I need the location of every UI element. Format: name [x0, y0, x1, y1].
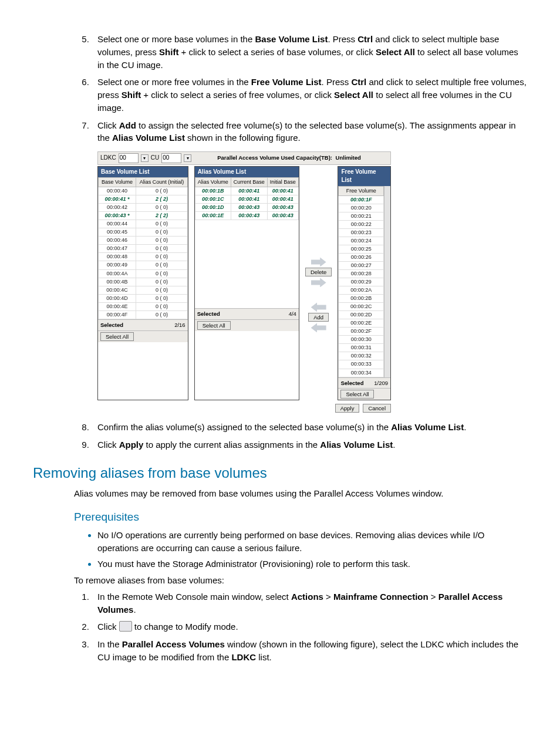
table-row[interactable]: 00:00:1B00:00:4100:00:41 — [195, 187, 298, 195]
step-6: Select one or more free volumes in the F… — [92, 76, 527, 114]
table-row[interactable]: 00:00:43 *2 ( 2) — [99, 212, 188, 220]
table-row[interactable]: 00:00:4A0 ( 0) — [99, 269, 188, 278]
base-volume-header: Base Volume List — [98, 167, 188, 178]
remove-step-2: Click to change to Modify mode. — [92, 620, 527, 633]
free-select-all-button[interactable]: Select All — [340, 390, 374, 399]
base-select-all-button[interactable]: Select All — [100, 332, 134, 341]
step-7: Click Add to assign the selected free vo… — [92, 119, 527, 145]
table-row[interactable]: 00:00:34 — [339, 369, 384, 377]
remove-step-3: In the Parallel Access Volumes window (s… — [92, 638, 527, 664]
table-row[interactable]: 00:00:41 *2 ( 2) — [99, 195, 188, 204]
step-8: Confirm the alias volume(s) assigned to … — [92, 421, 527, 434]
table-row[interactable]: 00:00:470 ( 0) — [99, 245, 188, 253]
table-row[interactable]: 00:00:4F0 ( 0) — [99, 310, 188, 319]
chevron-down-icon[interactable]: ▾ — [184, 154, 191, 162]
table-row[interactable]: 00:00:460 ( 0) — [99, 237, 188, 245]
table-row[interactable]: 00:00:23 — [339, 228, 384, 237]
modify-mode-icon — [119, 621, 132, 632]
table-row[interactable]: 00:00:2F — [339, 328, 384, 336]
table-row[interactable]: 00:00:440 ( 0) — [99, 220, 188, 228]
table-row[interactable]: 00:00:2B — [339, 295, 384, 303]
table-row[interactable]: 00:00:29 — [339, 278, 384, 286]
table-row[interactable]: 00:00:420 ( 0) — [99, 204, 188, 212]
table-row[interactable]: 00:00:33 — [339, 360, 384, 369]
table-row[interactable]: 00:00:24 — [339, 237, 384, 245]
arrow-left-icon — [311, 323, 326, 332]
add-button[interactable]: Add — [308, 313, 329, 322]
apply-button[interactable]: Apply — [335, 404, 360, 413]
ldkc-label: LDKC — [100, 154, 116, 163]
table-row[interactable]: 00:00:4D0 ( 0) — [99, 294, 188, 302]
remove-step-1: In the Remote Web Console main window, s… — [92, 590, 527, 616]
table-row[interactable]: 00:00:31 — [339, 344, 384, 352]
arrow-left-icon — [311, 302, 326, 312]
table-row[interactable]: 00:00:25 — [339, 245, 384, 253]
table-row[interactable]: 00:00:2D — [339, 311, 384, 319]
cancel-button[interactable]: Cancel — [363, 404, 391, 413]
table-row[interactable]: 00:00:30 — [339, 336, 384, 344]
free-volume-header: Free Volume List — [338, 167, 390, 186]
alias-volume-panel: Alias Volume List Alias VolumeCurrent Ba… — [194, 166, 299, 401]
table-row[interactable]: 00:00:4B0 ( 0) — [99, 278, 188, 286]
prerequisites-heading: Prerequisites — [74, 509, 527, 525]
prereq-item: You must have the Storage Administrator … — [97, 558, 527, 571]
remove-intro: To remove aliases from base volumes: — [74, 574, 527, 587]
table-row[interactable]: 00:00:480 ( 0) — [99, 253, 188, 261]
pav-window-figure: LDKC 00▾ CU 00▾ Parallel Access Volume U… — [97, 151, 391, 413]
table-row[interactable]: 00:00:1F — [339, 195, 384, 204]
base-volume-panel: Base Volume List Base VolumeAlias Count … — [97, 166, 188, 401]
step-9: Click Apply to apply the current alias a… — [92, 438, 527, 451]
ldkc-select[interactable]: 00 — [119, 153, 139, 163]
table-row[interactable]: 00:00:2C — [339, 303, 384, 311]
scrollbar[interactable] — [384, 186, 390, 377]
table-row[interactable]: 00:00:26 — [339, 253, 384, 261]
table-row[interactable]: 00:00:22 — [339, 220, 384, 228]
transfer-controls: Delete Add — [305, 166, 332, 401]
alias-volume-table[interactable]: Alias VolumeCurrent BaseInitial Base00:0… — [195, 177, 299, 220]
table-row[interactable]: 00:00:2A — [339, 286, 384, 295]
chevron-down-icon[interactable]: ▾ — [141, 154, 149, 162]
arrow-right-icon — [311, 278, 326, 287]
section-heading: Removing aliases from base volumes — [33, 463, 527, 484]
free-volume-panel: Free Volume List Free Volume00:00:1F00:0… — [338, 166, 391, 401]
table-row[interactable]: 00:00:4E0 ( 0) — [99, 302, 188, 310]
step-5: Select one or more base volumes in the B… — [92, 33, 527, 71]
delete-button[interactable]: Delete — [305, 268, 332, 276]
table-row[interactable]: 00:00:2E — [339, 319, 384, 328]
arrow-right-icon — [311, 257, 326, 266]
table-row[interactable]: 00:00:400 ( 0) — [99, 187, 188, 195]
table-row[interactable]: 00:00:32 — [339, 352, 384, 360]
base-volume-table[interactable]: Base VolumeAlias Count (Initial)00:00:40… — [98, 177, 188, 319]
table-row[interactable]: 00:00:4C0 ( 0) — [99, 286, 188, 294]
section-intro: Alias volumes may be removed from base v… — [74, 487, 527, 500]
prereq-item: No I/O operations are currently being pe… — [97, 529, 527, 555]
alias-volume-header: Alias Volume List — [195, 167, 299, 178]
alias-select-all-button[interactable]: Select All — [197, 321, 231, 330]
cu-label: CU — [151, 154, 159, 163]
table-row[interactable]: 00:00:490 ( 0) — [99, 261, 188, 269]
free-volume-table[interactable]: Free Volume00:00:1F00:00:2000:00:2100:00… — [338, 186, 384, 377]
table-row[interactable]: 00:00:1C00:00:4100:00:41 — [195, 195, 298, 204]
table-row[interactable]: 00:00:1D00:00:4300:00:43 — [195, 204, 298, 212]
table-row[interactable]: 00:00:28 — [339, 269, 384, 278]
table-row[interactable]: 00:00:450 ( 0) — [99, 228, 188, 237]
cu-select[interactable]: 00 — [161, 153, 181, 163]
table-row[interactable]: 00:00:20 — [339, 204, 384, 212]
table-row[interactable]: 00:00:21 — [339, 212, 384, 220]
table-row[interactable]: 00:00:27 — [339, 261, 384, 269]
table-row[interactable]: 00:00:1E00:00:4300:00:43 — [195, 212, 298, 220]
